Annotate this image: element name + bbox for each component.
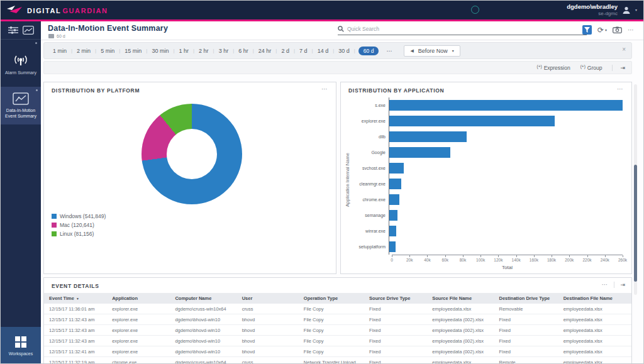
event-cell: Fixed	[494, 336, 558, 346]
column-header-destination-drive-type[interactable]: Destination Drive Type	[494, 293, 558, 304]
time-range-option-30-d[interactable]: 30 d	[336, 48, 352, 54]
time-range-option-14-d[interactable]: 14 d	[315, 48, 331, 54]
x-tick-label: 200k	[565, 258, 574, 262]
bar-explorer-exe[interactable]	[389, 116, 555, 126]
bar-category-label: dllb	[353, 135, 389, 139]
time-range-option-5-min[interactable]: 5 min	[98, 48, 117, 54]
time-range-option-30-min[interactable]: 30 min	[149, 48, 171, 54]
search-placeholder: Quick Search	[347, 26, 379, 32]
chart-icon[interactable]	[23, 26, 34, 35]
event-cell: employeedata.xlsx	[427, 357, 494, 364]
time-range-option-7-d[interactable]: 7 d	[297, 48, 310, 54]
add-group-button[interactable]: (+) Group	[580, 65, 602, 71]
legend-item-mac[interactable]: Mac (120,641)	[52, 222, 106, 228]
time-range-option-1-hr[interactable]: 1 hr	[176, 48, 191, 54]
bar-setupplatform[interactable]	[389, 241, 396, 252]
legend-swatch	[52, 231, 57, 236]
bar-track	[389, 160, 623, 176]
event-details-panel: EVENT DETAILS ⋯ ⇥ Event Time▼Application…	[43, 277, 632, 364]
event-row[interactable]: 12/15/17 11:36:01 amexplorer.exedgdemo\c…	[44, 304, 631, 314]
legend-item-windows[interactable]: Windows (541,849)	[52, 213, 106, 219]
event-cell: dgdemo\bhovd-win10	[170, 336, 236, 346]
event-cell: employeedata (002).xlsx	[427, 346, 494, 357]
plus-icon: (+)	[537, 64, 542, 69]
workspaces-grid-icon	[14, 336, 27, 348]
more-ranges-button[interactable]: ⋯	[386, 48, 392, 54]
event-cell: dgdemo\bhovd-win10	[170, 325, 236, 336]
platform-donut-chart[interactable]	[142, 104, 242, 204]
column-header-computer-name[interactable]: Computer Name	[170, 293, 236, 304]
quick-search-input[interactable]: Quick Search	[338, 26, 587, 35]
time-range-bar: 1 min|2 min|5 min|15 min|30 min|1 hr|2 h…	[43, 42, 632, 59]
range-separator: |	[274, 48, 279, 53]
scrollbar-thumb[interactable]	[634, 165, 637, 282]
event-row[interactable]: 12/15/17 11:32:41 amexplorer.exedgdemo\b…	[44, 346, 631, 357]
bar-s-exe[interactable]	[389, 100, 623, 111]
x-tick-mark	[409, 255, 410, 257]
add-expression-button[interactable]: (+) Expression	[537, 65, 570, 71]
bar-chrome-exe[interactable]	[389, 194, 399, 205]
time-range-option-24-hr[interactable]: 24 hr	[256, 48, 274, 54]
sidebar-item-data-in-motion[interactable]: Data-In-Motion Event Summary	[1, 87, 41, 124]
event-cell: dgdemo\bhovd-win10	[170, 314, 236, 325]
collapse-panel-button[interactable]: ⇥	[612, 65, 625, 71]
event-cell: cruss	[237, 304, 299, 314]
column-header-event-time[interactable]: Event Time▼	[44, 293, 107, 304]
bar-category-label: semanage	[353, 213, 389, 218]
header-more-button[interactable]: ⋯	[628, 26, 635, 33]
panel-menu-button[interactable]: ⋯	[601, 281, 608, 288]
event-cell: employeedata.xlsx	[558, 304, 631, 314]
panel-menu-button[interactable]: ⋯	[321, 85, 328, 92]
x-tick-mark	[587, 255, 588, 257]
snapshot-camera-button[interactable]	[613, 26, 622, 33]
bar-dllb[interactable]	[389, 131, 467, 142]
column-header-user[interactable]: User	[237, 293, 299, 304]
legend-label: Windows (541,849)	[60, 213, 106, 219]
time-range-option-2-d[interactable]: 2 d	[279, 48, 292, 54]
close-filter-bar-button[interactable]: ×	[622, 46, 626, 53]
user-menu[interactable]: dgdemo\wbradley se-dgmc ▾	[567, 4, 637, 16]
time-range-option-3-hr[interactable]: 3 hr	[216, 48, 231, 54]
column-header-application[interactable]: Application	[107, 293, 170, 304]
vertical-scrollbar[interactable]	[634, 84, 637, 295]
time-range-option-2-min[interactable]: 2 min	[74, 48, 93, 54]
sliders-icon[interactable]	[8, 26, 19, 35]
search-icon	[338, 26, 344, 32]
time-range-option-1-min[interactable]: 1 min	[50, 48, 69, 54]
filter-button[interactable]	[582, 25, 592, 35]
distribution-by-application-panel: DISTRIBUTION BY APPLICATION ⋯ Applicatio…	[340, 82, 632, 274]
x-tick-label: 20k	[406, 258, 413, 262]
event-row[interactable]: 12/15/17 11:32:19 amchrome.exedgdemo\cru…	[44, 357, 631, 364]
time-range-option-2-hr[interactable]: 2 hr	[196, 48, 211, 54]
bar-row: Google	[353, 145, 623, 160]
column-header-source-file-name[interactable]: Source File Name	[427, 293, 494, 304]
column-header-source-drive-type[interactable]: Source Drive Type	[364, 293, 427, 304]
refresh-button[interactable]: ⟳ ▾	[597, 26, 607, 34]
time-range-option-15-min[interactable]: 15 min	[122, 48, 144, 54]
sidebar-item-workspaces[interactable]: Workspaces	[1, 327, 41, 364]
before-now-dropdown[interactable]: ◀ Before Now ▾	[404, 45, 460, 57]
bar-google[interactable]	[389, 147, 450, 158]
bar-winrar-exe[interactable]	[389, 226, 396, 236]
event-cell: dgdemo\cruss-win10x64	[170, 304, 236, 314]
bar-svchost-exe[interactable]	[389, 163, 404, 174]
panel-menu-button[interactable]: ⋯	[617, 85, 624, 92]
collapse-panel-button[interactable]: ⇥	[614, 282, 625, 288]
x-tick-mark	[445, 255, 446, 257]
legend-item-linux[interactable]: Linux (81,156)	[52, 231, 106, 237]
event-row[interactable]: 12/15/17 11:32:43 amexplorer.exedgdemo\b…	[44, 314, 631, 325]
bar-track	[389, 176, 623, 192]
sidebar-item-alarm-summary[interactable]: Alarm Summary	[1, 50, 41, 79]
event-row[interactable]: 12/15/17 11:32:43 amexplorer.exedgdemo\b…	[44, 336, 631, 346]
column-header-destination-file-name[interactable]: Destination File Name	[558, 293, 631, 304]
column-header-operation-type[interactable]: Operation Type	[299, 293, 364, 304]
page-title: Data-In-Motion Event Summary	[48, 24, 168, 33]
time-range-option-6-hr[interactable]: 6 hr	[236, 48, 251, 54]
event-row[interactable]: 12/15/17 11:32:43 amexplorer.exedgdemo\b…	[44, 325, 631, 336]
time-range-option-60-d[interactable]: 60 d	[358, 47, 379, 55]
time-range-list: 1 min|2 min|5 min|15 min|30 min|1 hr|2 h…	[50, 47, 380, 55]
bar-cleanmgr-exe[interactable]	[389, 179, 401, 189]
x-tick-mark	[392, 255, 392, 257]
x-tick-label: 0	[391, 258, 393, 262]
bar-semanage[interactable]	[389, 210, 397, 221]
